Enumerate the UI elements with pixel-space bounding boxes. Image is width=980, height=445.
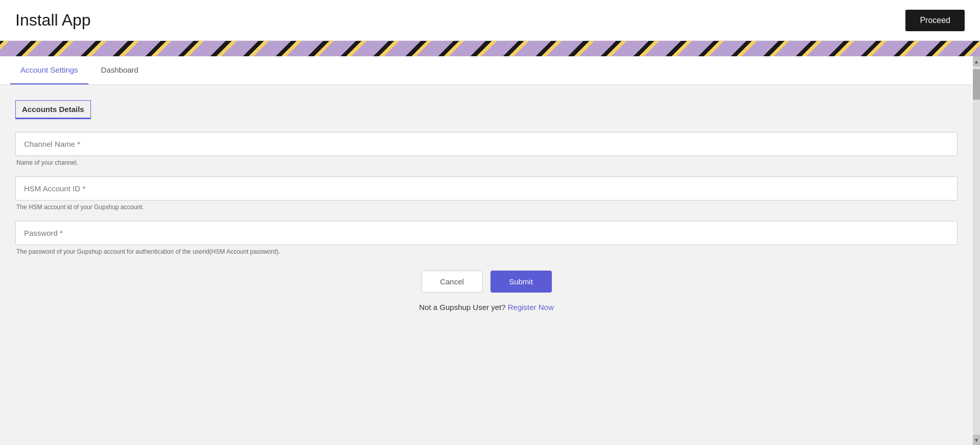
scrollbar-up-arrow[interactable]: ▲ [973,56,980,66]
hsm-account-id-input[interactable] [15,176,958,201]
content-panel: Account Settings Dashboard Accounts Deta… [0,56,973,445]
scrollbar-thumb[interactable] [973,69,980,100]
hsm-account-id-group: The HSM account id of your Gupshup accou… [15,176,958,211]
channel-name-input[interactable] [15,132,958,156]
channel-name-group: Name of your channel. [15,132,958,166]
scrollbar-down-arrow[interactable]: ▼ [973,435,980,445]
tab-account-settings[interactable]: Account Settings [10,56,88,84]
register-now-link[interactable]: Register Now [508,303,554,312]
password-input[interactable] [15,221,958,245]
cancel-button[interactable]: Cancel [422,271,483,293]
section-title: Accounts Details [15,100,91,119]
submit-button[interactable]: Submit [491,271,552,293]
channel-name-hint: Name of your channel. [15,159,958,166]
register-text: Not a Gupshup User yet? Register Now [15,303,958,312]
app-title: Install App [15,11,91,30]
tab-dashboard[interactable]: Dashboard [91,56,149,84]
proceed-button[interactable]: Proceed [905,10,965,31]
app-header: Install App Proceed [0,0,980,41]
form-area: Accounts Details Name of your channel. T… [0,85,973,327]
scrollbar-track: ▲ ▼ [973,56,980,445]
tabs-bar: Account Settings Dashboard [0,56,973,85]
form-buttons: Cancel Submit [15,271,958,293]
main-content: Account Settings Dashboard Accounts Deta… [0,56,980,445]
hsm-account-id-hint: The HSM account id of your Gupshup accou… [15,204,958,211]
password-hint: The password of your Gupshup account for… [15,248,958,255]
stripe-banner [0,41,980,56]
password-group: The password of your Gupshup account for… [15,221,958,255]
